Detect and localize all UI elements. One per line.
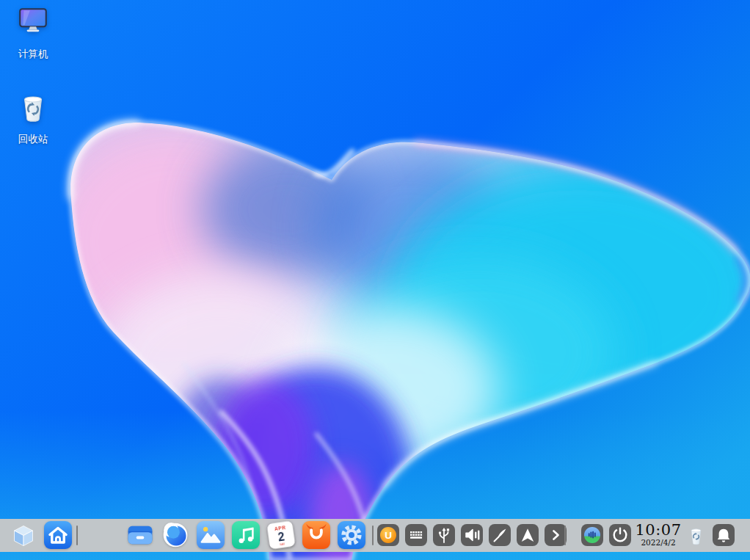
bell-icon [713,524,735,546]
calendar-icon: APR 2 SAT [266,520,297,551]
tray-usb-device[interactable] [433,524,455,546]
clock-date: 2022/4/2 [633,538,684,548]
brush-icon [489,524,511,546]
speaker-icon [461,524,483,546]
browser-swirl-icon [161,521,189,549]
dock-app-file-manager[interactable] [126,521,154,549]
tray-screen-capture[interactable] [489,524,511,546]
dock-clock[interactable]: 10:07 2022/4/2 [633,522,684,548]
voice-globe-icon [581,524,603,546]
tray-expand-button[interactable] [545,524,567,546]
dock-app-album[interactable] [197,521,225,549]
desktop-icon-computer[interactable]: 计算机 [4,6,62,59]
uos-id-letter: U [385,530,392,541]
wallpaper [0,0,750,560]
tray-uos-id[interactable]: U [377,524,399,546]
desktop-icon-recycle-bin[interactable]: 回收站 [4,91,62,145]
desktop-icon-label: 计算机 [18,48,48,59]
tray-volume[interactable] [461,524,483,546]
tray-shutdown[interactable] [609,524,631,546]
shopping-bag-icon [302,521,330,549]
desktop-icon-label: 回收站 [18,134,48,145]
clock-time: 10:07 [633,522,684,538]
dock-app-app-store[interactable] [302,521,330,549]
dock-app-calendar[interactable]: APR 2 SAT [266,520,297,551]
paper-plane-icon [517,524,539,546]
folder-icon [126,521,154,549]
trash-icon[interactable] [687,525,705,546]
uos-id-icon: U [377,524,399,546]
computer-icon [16,6,50,40]
dock: APR 2 SAT U [0,519,750,552]
music-note-icon [232,521,260,549]
gear-icon [338,521,365,549]
dock-separator [372,526,374,545]
power-icon [609,524,631,546]
tray-grand-search[interactable] [517,524,539,546]
dock-app-browser[interactable] [161,521,189,549]
mountain-photo-icon [197,521,225,549]
recycle-bin-icon [16,91,50,125]
tray-onscreen-keyboard[interactable] [405,524,427,546]
dock-separator [564,526,566,545]
chevron-right-icon [545,524,567,546]
keyboard-icon [405,524,427,546]
tray-notification-center[interactable] [713,524,735,546]
launcher-button[interactable] [44,521,72,549]
tray-voice-assistant[interactable] [581,524,603,546]
usb-icon [433,524,455,546]
home-icon [44,521,72,549]
dock-separator [76,526,78,545]
workspaces-cube-icon[interactable] [10,523,37,549]
dock-app-control-center[interactable] [338,521,365,549]
dock-app-music[interactable] [232,521,260,549]
